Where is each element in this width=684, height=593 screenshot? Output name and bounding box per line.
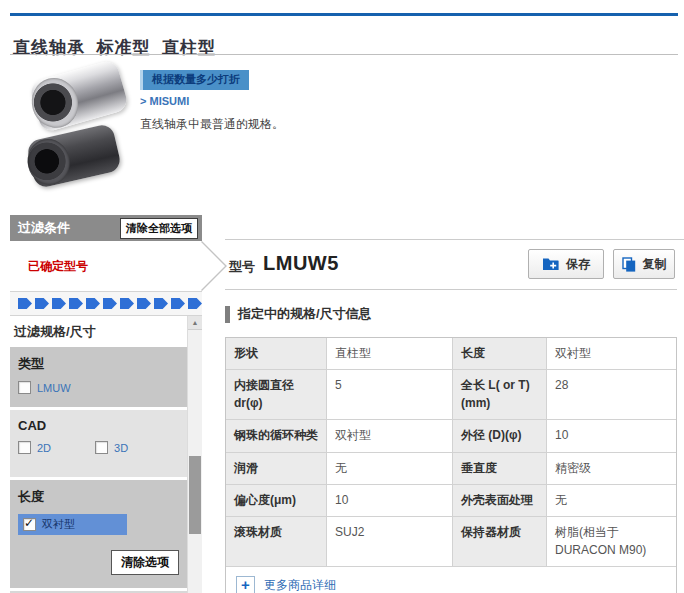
flow-arrow-icon [18,298,32,309]
plus-icon[interactable]: + [236,576,255,593]
spec-value: 精密级 [546,453,676,484]
spec-value: SUJ2 [326,517,452,566]
table-row: 偏心度(μm) 10 外壳表面处理 无 [226,484,676,516]
confirmed-model-label: 已确定型号 [28,258,88,275]
spec-label: 外壳表面处理 [452,485,546,516]
clear-options-row: 清除选项 [18,550,179,575]
spec-label: 钢珠的循环种类 [226,420,326,451]
checkbox-unchecked-icon[interactable] [18,381,31,394]
checkbox-unchecked-icon[interactable] [18,441,31,454]
option-label[interactable]: 3D [114,442,128,454]
filter-sidebar-header: 过滤条件 清除全部选项 [10,215,202,241]
product-image-silver-bearing [29,59,130,134]
progress-arrow-strip [10,291,202,316]
filter-section-type: 类型 LMUW [10,347,187,407]
spec-value: 双衬型 [326,420,452,451]
table-row: 钢珠的循环种类 双衬型 外径 (D)(φ) 10 [226,419,676,451]
option-label[interactable]: 2D [37,442,51,454]
copy-button[interactable]: 复制 [613,249,675,279]
table-row: 滚珠材质 SUJ2 保持器材质 树脂(相当于DURACON M90) [226,516,676,566]
spec-label: 保持器材质 [452,517,546,566]
option-label[interactable]: LMUW [37,382,71,394]
flow-arrow-icon [35,298,49,309]
scrollbar-up-arrow-icon[interactable]: ▲ [188,316,202,330]
sidebar-scrollbar[interactable]: ▲ [187,316,202,593]
spec-value: 无 [326,453,452,484]
spec-label: 长度 [452,338,546,369]
more-details-row: + 更多商品详细 [226,566,676,593]
bearing-bore [23,135,74,189]
flow-arrow-icon [86,298,100,309]
title-divider [10,54,678,55]
spec-label: 外径 (D)(φ) [452,420,546,451]
spec-value: 10 [326,485,452,516]
filter-scroll-area: 过滤规格/尺寸 类型 LMUW CAD 2D 3D [10,316,202,593]
spec-section-title: 指定中的规格/尺寸信息 [238,305,372,323]
filter-section-length: 长度 双衬型 清除选项 [10,480,187,588]
spec-value: 28 [546,370,676,419]
more-product-details-link[interactable]: 更多商品详细 [264,577,336,593]
bearing-bore [26,73,84,134]
filter-option-lmuw[interactable]: LMUW [18,381,179,394]
spec-label: 垂直度 [452,453,546,484]
filter-conditions-title: 过滤条件 [18,219,70,237]
flow-arrow-icon [171,298,185,309]
page-title: 直线轴承 标准型 直柱型 [13,36,216,59]
flow-arrow-icon [69,298,83,309]
action-buttons: 保存 复制 [528,249,684,279]
filter-option-3d[interactable]: 3D [95,441,128,454]
checkbox-checked-icon[interactable] [23,518,36,531]
section-accent-bar [225,306,230,323]
filter-option-2d[interactable]: 2D [18,441,51,454]
flow-arrow-icon [137,298,151,309]
spec-value: 直柱型 [326,338,452,369]
scrollbar-thumb[interactable] [189,456,201,534]
cad-options: 2D 3D [18,441,179,464]
spec-value: 树脂(相当于DURACON M90) [546,517,676,566]
spec-section-header: 指定中的规格/尺寸信息 [225,305,684,323]
spec-value: 10 [546,420,676,451]
folder-plus-icon [542,257,559,271]
model-number: LMUW5 [263,252,339,275]
option-label[interactable]: 双衬型 [42,517,75,532]
table-row: 内接圆直径 dr(φ) 5 全长 L( or T) (mm) 28 [226,369,676,419]
spec-label: 形状 [226,338,326,369]
model-header-row: 型号 LMUW5 保存 复制 [225,239,684,289]
spec-label: 偏心度(μm) [226,485,326,516]
table-row: 润滑 无 垂直度 精密级 [226,452,676,484]
chevron-right-icon [201,241,228,291]
checkbox-unchecked-icon[interactable] [95,441,108,454]
model-label: 型号 [229,258,255,276]
type-section-header: 类型 [18,355,179,373]
flow-arrow-icon [120,298,134,309]
main-divider [225,289,677,290]
table-row: 形状 直柱型 长度 双衬型 [226,338,676,369]
spec-value: 双衬型 [546,338,676,369]
spec-label: 滚珠材质 [226,517,326,566]
misumi-brand-link[interactable]: > MISUMI [140,95,189,107]
product-image-dark-bearing [26,123,123,190]
spec-value: 无 [546,485,676,516]
cad-section-header: CAD [18,418,179,433]
filter-option-length-selected[interactable]: 双衬型 [18,514,127,535]
clear-all-options-button[interactable]: 清除全部选项 [120,218,198,239]
page: 直线轴承 标准型 直柱型 根据数量多少打折 > MISUMI 直线轴承中最普通的… [0,0,684,593]
spec-value: 5 [326,370,452,419]
spec-label: 全长 L( or T) (mm) [452,370,546,419]
copy-button-label: 复制 [643,256,667,273]
save-button-label: 保存 [566,256,590,273]
spec-label: 润滑 [226,453,326,484]
copy-icon [622,257,636,272]
filter-section-cad: CAD 2D 3D [10,410,187,477]
flow-arrow-icon [103,298,117,309]
flow-arrow-icon [52,298,66,309]
confirmed-model-panel: 已确定型号 [10,241,202,291]
filter-specs-heading: 过滤规格/尺寸 [10,316,187,347]
save-button[interactable]: 保存 [528,249,604,279]
filter-sidebar: 过滤条件 清除全部选项 已确定型号 过滤规格/尺寸 类型 [10,215,202,593]
spec-table: 形状 直柱型 长度 双衬型 内接圆直径 dr(φ) 5 全长 L( or T) … [225,337,677,593]
quantity-discount-badge: 根据数量多少打折 [140,70,249,90]
flow-arrow-icon [188,298,202,309]
clear-options-button[interactable]: 清除选项 [111,550,179,575]
flow-arrow-icon [154,298,168,309]
